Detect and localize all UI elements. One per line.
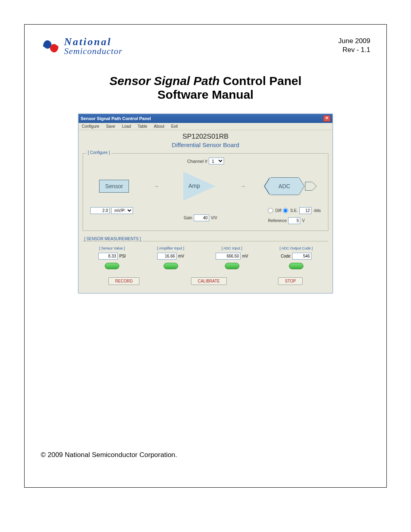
title-italic: Sensor Signal Path (110, 74, 220, 87)
param-row: mV/PSI Gain V/V D (87, 207, 324, 224)
led-indicator (164, 263, 178, 269)
menu-about[interactable]: About (154, 124, 164, 129)
block-sensor: Sensor (99, 180, 129, 193)
block-amp-wrap: Amp (183, 172, 216, 201)
doc-date: June 2009 (338, 37, 370, 46)
meas-sensor-value: [ Sensor Value ] PSI (98, 246, 126, 269)
configure-panel: [ Configure ] Channel # 1 Sensor → Amp (83, 153, 328, 231)
logo-icon (41, 37, 61, 56)
menubar: Configure Save Load Table About Exit (79, 123, 332, 130)
meas-adc-input: [ ADC Input ] mV (216, 246, 248, 269)
titlebar: Sensor Signal Path Control Panel ✕ (79, 114, 332, 123)
channel-row: Channel # 1 (87, 158, 324, 164)
gain-unit: V/V (211, 216, 217, 220)
channel-select[interactable]: 1 (209, 158, 224, 164)
led-indicator (289, 263, 303, 269)
adc-input-unit: mV (242, 254, 248, 258)
amp-input-unit: mV (178, 254, 184, 258)
sensor-value-unit: PSI (119, 254, 126, 258)
copyright: © 2009 National Semiconductor Corporatio… (41, 451, 177, 459)
diff-label: Diff (275, 208, 281, 213)
amp-label: Amp (188, 183, 200, 189)
title-line1: Sensor Signal Path Control Panel (41, 74, 370, 88)
amp-input-readout (157, 253, 176, 260)
ref-label: Reference (268, 218, 286, 223)
ref-unit: V (302, 218, 305, 223)
logo-sub: Semiconductor (64, 47, 122, 56)
document-title: Sensor Signal Path Control Panel Softwar… (41, 74, 370, 102)
menu-configure[interactable]: Configure (82, 124, 99, 129)
window-title: Sensor Signal Path Control Panel (81, 116, 151, 121)
meas-amp-input: [ Amplifier Input ] mV (157, 246, 184, 269)
page-header: National Semiconductor June 2009 Rev - 1… (41, 37, 370, 56)
adc-params: Diff S.E. -bits Reference V (268, 207, 321, 224)
signal-path-diagram: Sensor → Amp → ADC (87, 172, 324, 201)
configure-legend: [ Configure ] (86, 150, 111, 155)
adc-code-prefix: Code (281, 254, 291, 258)
bits-input[interactable] (299, 207, 311, 214)
measurements-panel: [ SENSOR MEASUREMENTS ] [ Sensor Value ]… (83, 237, 328, 285)
gain-input[interactable] (194, 214, 209, 221)
adc-code-readout (292, 253, 311, 260)
sensor-sensitivity-input[interactable] (90, 207, 110, 214)
arrow-icon: → (240, 183, 246, 189)
se-radio[interactable] (283, 208, 288, 213)
block-adc-wrap: ADC (270, 177, 312, 195)
title-bold1: Control Panel (220, 74, 301, 87)
arrow-icon: → (154, 183, 159, 189)
calibrate-button[interactable]: CALIBRATE (191, 277, 227, 285)
meas-label: [ ADC Input ] (216, 246, 248, 250)
board-desc: Differential Sensor Board (83, 141, 328, 148)
title-line2: Software Manual (41, 88, 370, 102)
date-revision: June 2009 Rev - 1.1 (338, 37, 370, 54)
channel-label: Channel # (187, 159, 207, 164)
meas-label: [ Amplifier Input ] (157, 246, 184, 250)
sensor-unit-select[interactable]: mV/PSI (111, 207, 133, 214)
meas-adc-code: [ ADC Output Code ] Code (280, 246, 313, 269)
bits-unit: -bits (313, 208, 321, 213)
measurements-legend: [ SENSOR MEASUREMENTS ] (84, 237, 328, 241)
gain-label: Gain (184, 216, 192, 220)
menu-table[interactable]: Table (138, 124, 147, 129)
stop-button[interactable]: STOP (278, 277, 303, 285)
company-logo: National Semiconductor (41, 37, 122, 56)
sensor-value-readout (98, 253, 118, 260)
close-icon[interactable]: ✕ (323, 115, 330, 122)
meas-label: [ Sensor Value ] (98, 246, 126, 250)
se-label: S.E. (290, 208, 298, 213)
record-button[interactable]: RECORD (108, 277, 139, 285)
output-arrow-icon (305, 182, 312, 191)
menu-save[interactable]: Save (106, 124, 115, 129)
led-indicator (105, 263, 119, 269)
app-body: SP1202S01RB Differential Sensor Board [ … (79, 130, 332, 293)
sensor-params: mV/PSI (90, 207, 133, 224)
board-id: SP1202S01RB (83, 133, 328, 141)
doc-rev: Rev - 1.1 (338, 46, 370, 54)
amp-params: Gain V/V (184, 207, 217, 224)
menu-load[interactable]: Load (122, 124, 131, 129)
block-adc: ADC (270, 177, 299, 195)
meas-label: [ ADC Output Code ] (280, 246, 313, 250)
logo-text: National Semiconductor (64, 37, 122, 56)
block-amp: Amp (183, 172, 216, 201)
diff-radio[interactable] (268, 208, 273, 213)
ref-input[interactable] (288, 217, 300, 224)
action-row: RECORD CALIBRATE STOP (83, 277, 328, 285)
app-window: Sensor Signal Path Control Panel ✕ Confi… (78, 114, 333, 293)
menu-exit[interactable]: Exit (171, 124, 178, 129)
adc-input-readout (216, 253, 241, 260)
document-page: National Semiconductor June 2009 Rev - 1… (24, 24, 387, 488)
led-indicator (225, 263, 239, 269)
measurements-row: [ Sensor Value ] PSI [ Amplifier Input ]… (83, 241, 328, 272)
